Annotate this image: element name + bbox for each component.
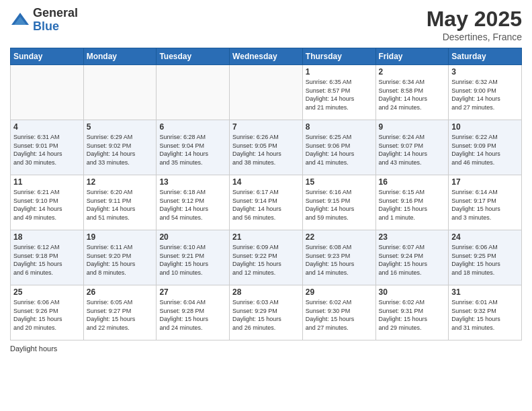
- day-info: Sunrise: 6:09 AM Sunset: 9:22 PM Dayligh…: [232, 243, 300, 277]
- calendar-cell: 2Sunrise: 6:34 AM Sunset: 8:58 PM Daylig…: [375, 65, 449, 120]
- calendar-cell: 18Sunrise: 6:12 AM Sunset: 9:18 PM Dayli…: [11, 230, 84, 285]
- day-info: Sunrise: 6:17 AM Sunset: 9:14 PM Dayligh…: [232, 188, 300, 222]
- col-tuesday: Tuesday: [157, 48, 230, 65]
- day-info: Sunrise: 6:34 AM Sunset: 8:58 PM Dayligh…: [379, 78, 446, 111]
- day-info: Sunrise: 6:07 AM Sunset: 9:24 PM Dayligh…: [379, 243, 446, 277]
- day-number: 5: [87, 122, 154, 132]
- day-info: Sunrise: 6:04 AM Sunset: 9:28 PM Dayligh…: [159, 298, 226, 332]
- calendar-cell: [157, 65, 230, 120]
- day-info: Sunrise: 6:25 AM Sunset: 9:06 PM Dayligh…: [306, 133, 373, 167]
- calendar-cell: 6Sunrise: 6:28 AM Sunset: 9:04 PM Daylig…: [157, 120, 230, 175]
- day-number: 10: [451, 122, 519, 132]
- day-number: 15: [306, 177, 373, 187]
- day-number: 11: [13, 177, 81, 187]
- day-number: 1: [306, 67, 373, 77]
- day-number: 27: [159, 287, 226, 297]
- day-info: Sunrise: 6:35 AM Sunset: 8:57 PM Dayligh…: [306, 78, 373, 111]
- day-number: 20: [159, 232, 226, 242]
- col-monday: Monday: [83, 48, 157, 65]
- day-number: 22: [306, 232, 373, 242]
- day-info: Sunrise: 6:16 AM Sunset: 9:15 PM Dayligh…: [306, 188, 373, 222]
- col-saturday: Saturday: [449, 48, 522, 65]
- week-row-3: 11Sunrise: 6:21 AM Sunset: 9:10 PM Dayli…: [11, 175, 522, 230]
- day-info: Sunrise: 6:12 AM Sunset: 9:18 PM Dayligh…: [13, 243, 81, 277]
- calendar-body: 1Sunrise: 6:35 AM Sunset: 8:57 PM Daylig…: [11, 65, 522, 340]
- day-info: Sunrise: 6:29 AM Sunset: 9:02 PM Dayligh…: [87, 133, 154, 167]
- day-number: 14: [232, 177, 300, 187]
- calendar-cell: 27Sunrise: 6:04 AM Sunset: 9:28 PM Dayli…: [157, 285, 230, 340]
- calendar-cell: 7Sunrise: 6:26 AM Sunset: 9:05 PM Daylig…: [230, 120, 303, 175]
- calendar-cell: 17Sunrise: 6:14 AM Sunset: 9:17 PM Dayli…: [449, 175, 522, 230]
- day-info: Sunrise: 6:18 AM Sunset: 9:12 PM Dayligh…: [159, 188, 226, 222]
- day-number: 2: [379, 67, 446, 77]
- title-block: May 2025 Desertines, France: [427, 7, 522, 42]
- calendar-cell: 16Sunrise: 6:15 AM Sunset: 9:16 PM Dayli…: [375, 175, 449, 230]
- logo-icon: [10, 10, 30, 30]
- day-number: 29: [306, 287, 373, 297]
- day-number: 18: [13, 232, 81, 242]
- day-number: 19: [87, 232, 154, 242]
- calendar-cell: 8Sunrise: 6:25 AM Sunset: 9:06 PM Daylig…: [302, 120, 375, 175]
- day-number: 26: [87, 287, 154, 297]
- day-info: Sunrise: 6:21 AM Sunset: 9:10 PM Dayligh…: [13, 188, 81, 222]
- calendar-cell: [11, 65, 84, 120]
- calendar-cell: 9Sunrise: 6:24 AM Sunset: 9:07 PM Daylig…: [375, 120, 449, 175]
- location: Desertines, France: [427, 32, 522, 42]
- day-info: Sunrise: 6:24 AM Sunset: 9:07 PM Dayligh…: [379, 133, 446, 167]
- day-info: Sunrise: 6:02 AM Sunset: 9:31 PM Dayligh…: [379, 298, 446, 332]
- day-info: Sunrise: 6:32 AM Sunset: 9:00 PM Dayligh…: [451, 78, 519, 111]
- day-number: 17: [451, 177, 519, 187]
- col-thursday: Thursday: [302, 48, 375, 65]
- day-info: Sunrise: 6:03 AM Sunset: 9:29 PM Dayligh…: [232, 298, 300, 332]
- calendar-cell: 28Sunrise: 6:03 AM Sunset: 9:29 PM Dayli…: [230, 285, 303, 340]
- day-info: Sunrise: 6:08 AM Sunset: 9:23 PM Dayligh…: [306, 243, 373, 277]
- day-number: 6: [159, 122, 226, 132]
- calendar-cell: 22Sunrise: 6:08 AM Sunset: 9:23 PM Dayli…: [302, 230, 375, 285]
- calendar-cell: 13Sunrise: 6:18 AM Sunset: 9:12 PM Dayli…: [157, 175, 230, 230]
- logo-general-text: General: [33, 7, 78, 20]
- day-info: Sunrise: 6:26 AM Sunset: 9:05 PM Dayligh…: [232, 133, 300, 167]
- day-info: Sunrise: 6:01 AM Sunset: 9:32 PM Dayligh…: [451, 298, 519, 332]
- calendar-cell: 11Sunrise: 6:21 AM Sunset: 9:10 PM Dayli…: [11, 175, 84, 230]
- day-number: 25: [13, 287, 81, 297]
- week-row-5: 25Sunrise: 6:06 AM Sunset: 9:26 PM Dayli…: [11, 285, 522, 340]
- day-number: 9: [379, 122, 446, 132]
- calendar-cell: 4Sunrise: 6:31 AM Sunset: 9:01 PM Daylig…: [11, 120, 84, 175]
- header-row: Sunday Monday Tuesday Wednesday Thursday…: [11, 48, 522, 65]
- calendar-cell: 20Sunrise: 6:10 AM Sunset: 9:21 PM Dayli…: [157, 230, 230, 285]
- month-title: May 2025: [427, 7, 522, 32]
- day-number: 31: [451, 287, 519, 297]
- day-info: Sunrise: 6:28 AM Sunset: 9:04 PM Dayligh…: [159, 133, 226, 167]
- calendar-cell: 25Sunrise: 6:06 AM Sunset: 9:26 PM Dayli…: [11, 285, 84, 340]
- day-number: 13: [159, 177, 226, 187]
- calendar-cell: 24Sunrise: 6:06 AM Sunset: 9:25 PM Dayli…: [449, 230, 522, 285]
- calendar-cell: [83, 65, 157, 120]
- day-info: Sunrise: 6:20 AM Sunset: 9:11 PM Dayligh…: [87, 188, 154, 222]
- calendar-cell: 15Sunrise: 6:16 AM Sunset: 9:15 PM Dayli…: [302, 175, 375, 230]
- day-info: Sunrise: 6:10 AM Sunset: 9:21 PM Dayligh…: [159, 243, 226, 277]
- calendar-cell: 21Sunrise: 6:09 AM Sunset: 9:22 PM Dayli…: [230, 230, 303, 285]
- day-info: Sunrise: 6:02 AM Sunset: 9:30 PM Dayligh…: [306, 298, 373, 332]
- day-info: Sunrise: 6:22 AM Sunset: 9:09 PM Dayligh…: [451, 133, 519, 167]
- day-number: 12: [87, 177, 154, 187]
- day-number: 24: [451, 232, 519, 242]
- day-info: Sunrise: 6:06 AM Sunset: 9:25 PM Dayligh…: [451, 243, 519, 277]
- footer: Daylight hours: [10, 345, 522, 353]
- calendar-cell: 10Sunrise: 6:22 AM Sunset: 9:09 PM Dayli…: [449, 120, 522, 175]
- calendar-cell: 12Sunrise: 6:20 AM Sunset: 9:11 PM Dayli…: [83, 175, 157, 230]
- calendar-cell: 26Sunrise: 6:05 AM Sunset: 9:27 PM Dayli…: [83, 285, 157, 340]
- week-row-4: 18Sunrise: 6:12 AM Sunset: 9:18 PM Dayli…: [11, 230, 522, 285]
- day-info: Sunrise: 6:11 AM Sunset: 9:20 PM Dayligh…: [87, 243, 154, 277]
- calendar: Sunday Monday Tuesday Wednesday Thursday…: [10, 48, 522, 340]
- calendar-cell: 31Sunrise: 6:01 AM Sunset: 9:32 PM Dayli…: [449, 285, 522, 340]
- week-row-1: 1Sunrise: 6:35 AM Sunset: 8:57 PM Daylig…: [11, 65, 522, 120]
- day-number: 8: [306, 122, 373, 132]
- col-sunday: Sunday: [11, 48, 84, 65]
- logo: General Blue: [10, 7, 78, 34]
- calendar-cell: 14Sunrise: 6:17 AM Sunset: 9:14 PM Dayli…: [230, 175, 303, 230]
- header: General Blue May 2025 Desertines, France: [10, 7, 522, 42]
- footer-text: Daylight hours: [10, 345, 57, 353]
- day-number: 23: [379, 232, 446, 242]
- day-info: Sunrise: 6:15 AM Sunset: 9:16 PM Dayligh…: [379, 188, 446, 222]
- calendar-cell: 23Sunrise: 6:07 AM Sunset: 9:24 PM Dayli…: [375, 230, 449, 285]
